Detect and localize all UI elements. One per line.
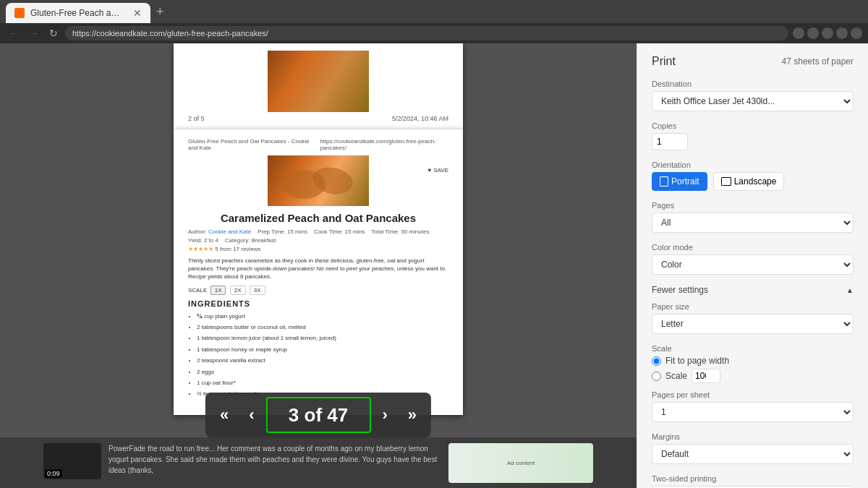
scale-label: SCALE	[188, 287, 207, 294]
print-panel: Print 47 sheets of paper Destination Kei…	[637, 43, 868, 488]
browser-icon-5	[851, 27, 862, 39]
portrait-button[interactable]: Portrait	[652, 172, 707, 191]
page3-header: Gluten-Free Peach and Oat Pancakes - Coo…	[188, 138, 448, 151]
recipe-meta-2: Yield: 2 to 4 Category: Breakfast	[188, 237, 448, 244]
star-icons: ★★★★★	[188, 246, 213, 252]
tab-close-button[interactable]: ✕	[133, 7, 142, 19]
margins-section: Margins Default	[652, 432, 854, 464]
rating-text: 5 from 17 reviews	[215, 246, 260, 252]
margins-label: Margins	[652, 432, 854, 441]
landscape-button[interactable]: Landscape	[713, 172, 785, 191]
destination-label: Destination	[652, 80, 854, 88]
page-navigation-bar: « ‹ 3 of 47 › »	[205, 393, 431, 437]
address-input[interactable]	[65, 26, 788, 40]
ingredient-item: 1 cup oat flour*	[197, 378, 448, 388]
copies-section: Copies	[652, 121, 854, 150]
print-panel-header: Print 47 sheets of paper	[652, 55, 854, 68]
destination-section: Destination Keith Office Laser Jet 430ld…	[652, 80, 854, 111]
paper-size-select[interactable]: Letter	[652, 314, 854, 334]
recipe-meta: Author: Cookie and Kate Prep Time: 15 mi…	[188, 228, 448, 235]
color-mode-section: Color mode Color	[652, 243, 854, 275]
page2-timestamp: 5/2/2024, 10:46 AM	[392, 115, 448, 122]
print-title: Print	[652, 55, 676, 68]
back-button[interactable]: ←	[6, 27, 22, 40]
heart-icon: ♥	[428, 167, 432, 174]
scale-row: SCALE 1X 2X 3X	[188, 287, 448, 294]
scale-radio[interactable]	[652, 372, 661, 381]
cook-time: Cook Time: 15 mins	[314, 228, 365, 235]
portrait-label: Portrait	[671, 176, 699, 187]
fewer-settings-row[interactable]: Fewer settings ▲	[652, 285, 854, 295]
tab-favicon	[14, 8, 25, 18]
chevron-up-icon: ▲	[846, 286, 854, 294]
pages-label: Pages	[652, 201, 854, 210]
page2-info: 2 of 5 5/2/2024, 10:46 AM	[188, 115, 448, 122]
recipe-description: Thinly sliced peaches caramelize as they…	[188, 257, 448, 281]
pages-section: Pages All	[652, 201, 854, 233]
recipe-title: Caramelized Peach and Oat Pancakes	[188, 212, 448, 224]
author-label: Author:	[188, 228, 207, 235]
ingredient-item: 1 tablespoon lemon juice (about 1 small …	[197, 333, 448, 343]
browser-icon-4	[836, 27, 848, 39]
prep-time: Prep Time: 15 mins	[258, 228, 307, 235]
ingredient-item: 2 eggs	[197, 367, 448, 377]
page2-image	[268, 51, 369, 112]
last-page-button[interactable]: »	[399, 397, 425, 433]
portrait-icon	[660, 176, 668, 187]
copies-input[interactable]	[652, 133, 688, 150]
scale-1x-button[interactable]: 1X	[210, 286, 226, 295]
landscape-icon	[721, 177, 731, 186]
category-label: Category: Breakfast	[225, 237, 276, 244]
two-sided-section: Two-sided printing Off	[652, 474, 854, 488]
active-tab[interactable]: Gluten-Free Peach and Oat Pa... ✕	[6, 3, 150, 23]
save-button[interactable]: ♥ SAVE	[428, 167, 449, 174]
total-time: Total Time: 30 minutes	[371, 228, 429, 235]
pages-per-sheet-select[interactable]: 1	[652, 402, 854, 422]
page3-site-name: Gluten-Free Peach and Oat Pancakes - Coo…	[188, 138, 320, 151]
fit-to-page-radio[interactable]	[652, 356, 661, 366]
ingredient-item: 2 teaspoons vanilla extract	[197, 356, 448, 366]
copies-label: Copies	[652, 121, 854, 130]
forward-button[interactable]: →	[26, 27, 42, 40]
pages-per-sheet-section: Pages per sheet 1	[652, 390, 854, 422]
destination-select[interactable]: Keith Office Laser Jet 430ld...	[652, 91, 854, 111]
landscape-label: Landscape	[734, 176, 777, 187]
page-indicator: 3 of 47	[266, 397, 371, 433]
color-mode-select[interactable]: Color	[652, 254, 854, 275]
preview-area: 2 of 5 5/2/2024, 10:46 AM Gluten-Free Pe…	[0, 43, 637, 488]
main-area: 2 of 5 5/2/2024, 10:46 AM Gluten-Free Pe…	[0, 43, 868, 488]
scale-value-input[interactable]	[692, 369, 720, 383]
next-page-button[interactable]: ›	[374, 397, 396, 433]
scale-3x-button[interactable]: 3X	[250, 286, 265, 295]
browser-icon-1	[793, 27, 804, 39]
paper-size-section: Paper size Letter	[652, 302, 854, 334]
page-content: 2 of 5 5/2/2024, 10:46 AM Gluten-Free Pe…	[0, 43, 637, 488]
reload-button[interactable]: ↻	[46, 27, 61, 40]
recipe-rating: ★★★★★ 5 from 17 reviews	[188, 246, 448, 252]
two-sided-label: Two-sided printing	[652, 474, 854, 483]
scale-radio-row: Scale	[652, 369, 854, 383]
new-tab-button[interactable]: +	[150, 1, 170, 22]
tab-bar: Gluten-Free Peach and Oat Pa... ✕ +	[0, 0, 868, 23]
bottom-text: PowerFade the road to run free... Her co…	[109, 443, 441, 482]
browser-chrome: Gluten-Free Peach and Oat Pa... ✕ + ← → …	[0, 0, 868, 43]
orientation-row: Portrait Landscape	[652, 172, 854, 191]
page3-site-url: https://cookieandkate.com/gluten-free-pe…	[320, 138, 448, 151]
paper-size-label: Paper size	[652, 302, 854, 311]
orientation-label: Orientation	[652, 160, 854, 169]
browser-icon-2	[807, 27, 819, 39]
ingredient-item: 1 tablespoon honey or maple syrup	[197, 345, 448, 355]
video-thumbnail: 0:09	[43, 443, 101, 479]
page-2-preview: 2 of 5 5/2/2024, 10:46 AM	[174, 43, 463, 129]
margins-select[interactable]: Default	[652, 444, 854, 464]
address-bar: ← → ↻	[0, 23, 868, 43]
author-name[interactable]: Cookie and Kate	[208, 228, 251, 235]
ingredient-item: ⅔ cup plain yogurt	[197, 312, 448, 322]
video-timer: 0:09	[45, 469, 62, 478]
copies-input-row	[652, 133, 854, 150]
pages-select[interactable]: All	[652, 213, 854, 233]
first-page-button[interactable]: «	[211, 397, 237, 433]
scale-2x-button[interactable]: 2X	[230, 286, 246, 295]
prev-page-button[interactable]: ‹	[240, 397, 263, 433]
ingredients-title: INGREDIENTS	[188, 299, 448, 308]
